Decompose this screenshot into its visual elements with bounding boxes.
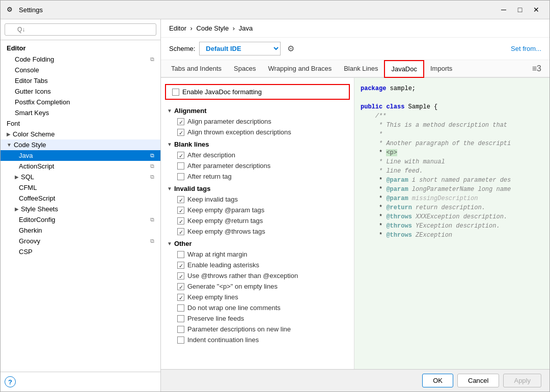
- option-generate-p: Generate "<p>" on empty lines: [161, 281, 354, 292]
- code-line: * <p>: [361, 148, 543, 157]
- apply-button[interactable]: Apply: [503, 374, 541, 387]
- section-alignment[interactable]: ▼ Alignment: [161, 104, 354, 116]
- option-checkbox[interactable]: [177, 173, 184, 180]
- search-wrapper: 🔍: [5, 23, 156, 36]
- tree-item-coffeescript[interactable]: CoffeeScript: [1, 193, 160, 204]
- tree-item-gutter-icons[interactable]: Gutter Icons: [1, 86, 160, 97]
- option-checkbox[interactable]: [177, 152, 184, 159]
- option-use-throws: Use @throws rather than @exception: [161, 270, 354, 281]
- tree-item-label: CFML: [19, 184, 37, 191]
- option-keep-empty-throws: Keep empty @throws tags: [161, 226, 354, 237]
- maximize-button[interactable]: □: [513, 5, 527, 15]
- tree-item-cfml[interactable]: CFML: [1, 182, 160, 193]
- option-checkbox[interactable]: [177, 283, 184, 290]
- collapse-arrow-icon: ▼: [167, 241, 172, 246]
- option-indent-continuation: Indent continuation lines: [161, 334, 354, 345]
- option-align-thrown-desc: Align thrown exception descriptions: [161, 127, 354, 137]
- option-checkbox[interactable]: [177, 304, 184, 312]
- option-label: Preserve line feeds: [187, 315, 244, 322]
- tree-item-style-sheets[interactable]: ▶ Style Sheets: [1, 204, 160, 214]
- tree-item-color-scheme[interactable]: ▶ Color Scheme: [1, 129, 160, 139]
- option-label: Use @throws rather than @exception: [187, 272, 298, 279]
- option-param-desc-new-line: Parameter descriptions on new line: [161, 324, 354, 334]
- option-checkbox[interactable]: [177, 315, 184, 322]
- tree-item-gherkin[interactable]: Gherkin: [1, 225, 160, 236]
- option-checkbox[interactable]: [177, 272, 184, 279]
- option-checkbox[interactable]: [177, 337, 184, 344]
- tree-item-editorconfig[interactable]: EditorConfig ⧉: [1, 214, 160, 225]
- option-label: Align parameter descriptions: [187, 118, 271, 125]
- close-button[interactable]: ✕: [529, 5, 543, 15]
- code-line: * Another paragraph of the descripti: [361, 139, 543, 148]
- code-line: * Line with manual: [361, 157, 543, 166]
- tree-item-groovy[interactable]: Groovy ⧉: [1, 236, 160, 246]
- tree-item-smart-keys[interactable]: Smart Keys: [1, 107, 160, 118]
- breadcrumb-sep2: ›: [233, 24, 237, 32]
- section-blank-lines[interactable]: ▼ Blank lines: [161, 137, 354, 150]
- tree-item-csp[interactable]: CSP: [1, 246, 160, 257]
- tree-item-java[interactable]: Java ⧉: [1, 150, 160, 161]
- option-checkbox[interactable]: [177, 217, 184, 225]
- option-after-param-desc: After parameter descriptions: [161, 160, 354, 171]
- cancel-button[interactable]: Cancel: [457, 374, 499, 387]
- section-title: Other: [174, 240, 192, 247]
- tree-item-label: Code Style: [14, 141, 46, 149]
- tree-item-code-folding[interactable]: Code Folding ⧉: [1, 54, 160, 65]
- tree-item-font[interactable]: Font: [1, 118, 160, 129]
- tab-tabs-and-indents[interactable]: Tabs and Indents: [165, 61, 228, 77]
- code-line: * line feed.: [361, 166, 543, 176]
- tree-item-editor-tabs[interactable]: Editor Tabs: [1, 75, 160, 86]
- tree-item-sql[interactable]: ▶ SQL ⧉: [1, 172, 160, 182]
- option-checkbox[interactable]: [177, 294, 184, 301]
- option-checkbox[interactable]: [177, 118, 184, 125]
- ok-button[interactable]: OK: [422, 374, 453, 387]
- tree-item-label: Font: [7, 120, 20, 127]
- option-checkbox[interactable]: [177, 228, 184, 235]
- option-checkbox[interactable]: [177, 162, 184, 170]
- scheme-select[interactable]: Default IDE: [199, 42, 281, 55]
- tab-spaces[interactable]: Spaces: [228, 61, 262, 77]
- tab-blank-lines[interactable]: Blank Lines: [338, 61, 384, 77]
- option-checkbox[interactable]: [177, 129, 184, 136]
- section-title: Blank lines: [174, 141, 209, 148]
- breadcrumb-code-style: Code Style: [197, 24, 229, 32]
- tree-item-actionscript[interactable]: ActionScript ⧉: [1, 161, 160, 172]
- option-label: Keep invalid tags: [187, 195, 238, 203]
- search-input[interactable]: [5, 23, 156, 36]
- tree-item-label: SQL: [21, 173, 34, 181]
- code-line: public class Sample {: [361, 102, 543, 111]
- option-wrap-right-margin: Wrap at right margin: [161, 249, 354, 260]
- option-preserve-line-feeds: Preserve line feeds: [161, 313, 354, 324]
- option-checkbox[interactable]: [177, 196, 184, 203]
- tab-javadoc[interactable]: JavaDoc: [384, 60, 424, 78]
- section-invalid-tags[interactable]: ▼ Invalid tags: [161, 182, 354, 194]
- option-checkbox[interactable]: [177, 262, 184, 269]
- set-from-link[interactable]: Set from...: [511, 45, 541, 52]
- tab-wrapping-and-braces[interactable]: Wrapping and Braces: [262, 61, 338, 77]
- option-checkbox[interactable]: [177, 207, 184, 214]
- left-bottom: ?: [1, 372, 160, 391]
- option-label: Indent continuation lines: [187, 336, 259, 344]
- section-title: Alignment: [174, 107, 207, 115]
- tab-overflow-button[interactable]: ≡3: [528, 62, 545, 75]
- enable-javadoc-label: Enable JavaDoc formatting: [182, 88, 262, 96]
- collapse-arrow-icon: ▼: [167, 108, 172, 114]
- option-label: Keep empty @param tags: [187, 206, 264, 214]
- section-other[interactable]: ▼ Other: [161, 237, 354, 249]
- tab-imports[interactable]: Imports: [424, 61, 458, 77]
- minimize-button[interactable]: ─: [497, 5, 511, 15]
- option-label: Keep empty lines: [187, 293, 238, 301]
- copy-icon: ⧉: [150, 174, 154, 180]
- expand-arrow-icon: ▶: [15, 174, 19, 180]
- main-content: 🔍 Editor Code Folding ⧉ Console Ed: [1, 19, 549, 391]
- scheme-gear-button[interactable]: ⚙: [285, 43, 297, 55]
- copy-icon: ⧉: [150, 56, 154, 63]
- tree-item-console[interactable]: Console: [1, 65, 160, 75]
- option-checkbox[interactable]: [177, 251, 184, 258]
- option-checkbox[interactable]: [177, 326, 184, 333]
- option-label: After parameter descriptions: [187, 162, 270, 170]
- help-button[interactable]: ?: [5, 376, 16, 387]
- tree-item-code-style[interactable]: ▼ Code Style: [1, 139, 160, 150]
- enable-javadoc-checkbox[interactable]: [172, 89, 179, 96]
- tree-item-postfix-completion[interactable]: Postfix Completion: [1, 97, 160, 107]
